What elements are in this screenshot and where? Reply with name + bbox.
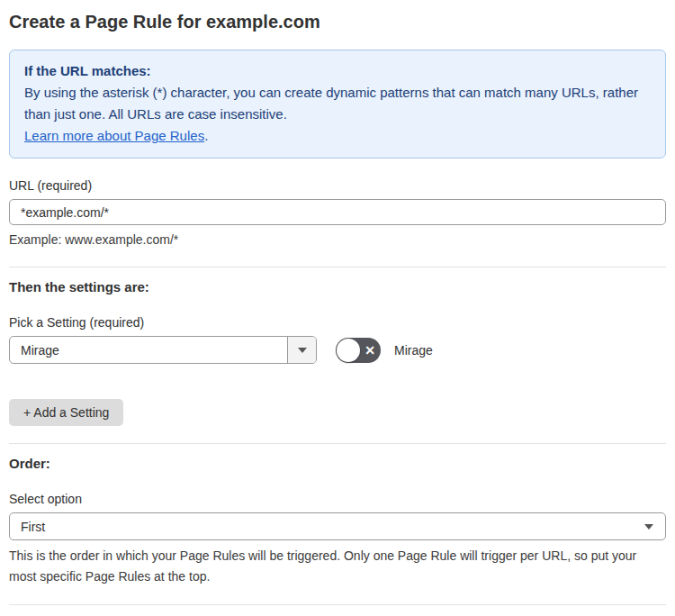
info-box-body: By using the asterisk (*) character, you… xyxy=(24,82,651,125)
url-input[interactable] xyxy=(9,199,666,225)
chevron-down-icon xyxy=(644,524,653,530)
order-helper-text: This is the order in which your Page Rul… xyxy=(9,546,666,587)
chevron-down-icon xyxy=(298,348,307,353)
divider xyxy=(9,443,666,444)
toggle-label: Mirage xyxy=(394,343,433,358)
info-box-heading: If the URL matches: xyxy=(24,60,651,82)
toggle-off-x-icon: ✕ xyxy=(364,338,375,363)
setting-select-arrow-button[interactable] xyxy=(287,337,316,363)
divider xyxy=(9,604,666,605)
divider xyxy=(9,267,666,267)
url-match-info-box: If the URL matches: By using the asteris… xyxy=(9,50,666,159)
order-select-label: Select option xyxy=(9,492,666,506)
pick-setting-label: Pick a Setting (required) xyxy=(9,315,666,330)
mirage-toggle[interactable]: ✕ xyxy=(336,338,381,363)
add-setting-button[interactable]: + Add a Setting xyxy=(9,399,123,426)
toggle-knob xyxy=(337,339,360,362)
order-section-heading: Order: xyxy=(9,456,666,472)
page-title: Create a Page Rule for example.com xyxy=(9,9,666,34)
link-period: . xyxy=(204,128,208,143)
order-select[interactable]: First xyxy=(9,512,666,540)
setting-select-value: Mirage xyxy=(10,337,287,363)
setting-select[interactable]: Mirage xyxy=(9,336,317,364)
settings-section-heading: Then the settings are: xyxy=(9,279,666,295)
learn-more-link[interactable]: Learn more about Page Rules xyxy=(24,128,204,143)
url-example-helper: Example: www.example.com/* xyxy=(9,231,666,249)
order-select-value: First xyxy=(21,520,45,534)
setting-row: Mirage ✕ Mirage xyxy=(9,336,666,364)
info-box-link-line: Learn more about Page Rules. xyxy=(24,125,651,147)
url-field-label: URL (required) xyxy=(9,178,666,193)
